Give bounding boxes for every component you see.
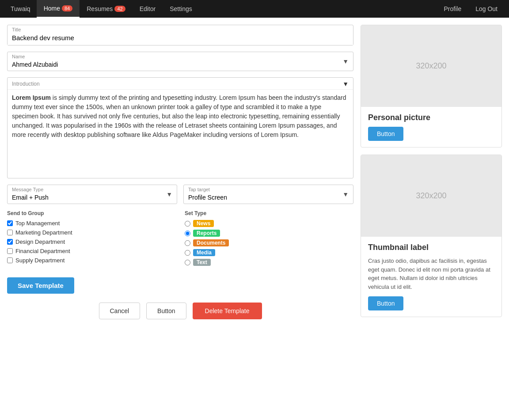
title-field-wrapper: Title xyxy=(7,25,353,45)
group-financial-label: Financial Department xyxy=(15,248,70,254)
intro-wrapper: Introduction ▼ Lorem Ipsum is simply dum… xyxy=(7,77,353,178)
tap-target-label: Tap target xyxy=(188,187,210,192)
nav-profile-label: Profile xyxy=(444,5,461,12)
set-type-label: Set Type xyxy=(185,210,353,216)
nav-logout-label: Log Out xyxy=(475,5,498,12)
personal-picture-placeholder: 320x200 xyxy=(361,25,501,107)
set-type-reports-badge: Reports xyxy=(193,230,220,237)
set-type-news-badge: News xyxy=(193,220,214,227)
intro-label: Introduction xyxy=(12,81,40,87)
nav-resumes-badge: 42 xyxy=(114,6,125,12)
bottom-buttons: Cancel Button Delete Template xyxy=(7,294,353,324)
name-field-wrapper: Name ▼ xyxy=(7,52,353,71)
name-label: Name xyxy=(12,54,25,59)
nav-resumes[interactable]: Resumes 42 xyxy=(80,0,132,18)
set-type-documents-badge: Documents xyxy=(193,239,229,246)
group-design-label: Design Department xyxy=(15,238,65,245)
nav-settings[interactable]: Settings xyxy=(163,0,199,18)
set-type-media[interactable]: Media xyxy=(185,249,353,256)
intro-label-row: Introduction ▼ xyxy=(8,78,353,90)
group-marketing[interactable]: Marketing Department xyxy=(7,229,176,236)
nav-home-badge: 84 xyxy=(62,5,72,11)
save-template-button[interactable]: Save Template xyxy=(7,277,74,294)
tap-target-col: Tap target Profile Screen Home Screen ▼ xyxy=(183,185,353,204)
groups-section: Send to Group Top Management Marketing D… xyxy=(7,210,353,269)
group-financial-checkbox[interactable] xyxy=(7,248,13,254)
nav-logout[interactable]: Log Out xyxy=(468,0,505,18)
set-type-text-badge: Text xyxy=(193,259,211,266)
right-panel: 320x200 Personal picture Button 320x200 … xyxy=(361,25,502,324)
group-supply[interactable]: Supply Department xyxy=(7,257,176,264)
group-marketing-checkbox[interactable] xyxy=(7,230,13,235)
set-type-media-badge: Media xyxy=(193,249,215,256)
intro-dropdown-icon: ▼ xyxy=(342,80,349,87)
left-panel: Title Name ▼ Introduction ▼ Lorem Ipsum … xyxy=(7,25,353,324)
set-type-news[interactable]: News xyxy=(185,220,353,227)
group-marketing-label: Marketing Department xyxy=(15,229,72,236)
thumbnail-placeholder: 320x200 xyxy=(361,155,501,237)
navbar: Tuwaiq Home 84 Resumes 42 Editor Setting… xyxy=(0,0,509,18)
send-to-group-col: Send to Group Top Management Marketing D… xyxy=(7,210,176,269)
group-top-management-checkbox[interactable] xyxy=(7,220,13,226)
set-type-media-radio[interactable] xyxy=(185,250,190,256)
set-type-text-radio[interactable] xyxy=(185,260,190,265)
personal-picture-card-body: Personal picture Button xyxy=(361,107,501,147)
group-financial[interactable]: Financial Department xyxy=(7,248,176,254)
thumbnail-description: Cras justo odio, dapibus ac facilisis in… xyxy=(368,257,494,291)
set-type-reports[interactable]: Reports xyxy=(185,230,353,237)
set-type-col: Set Type News Reports Documents Media xyxy=(185,210,353,269)
title-label: Title xyxy=(8,25,353,32)
personal-picture-button[interactable]: Button xyxy=(368,127,403,141)
nav-profile[interactable]: Profile xyxy=(437,0,468,18)
set-type-news-radio[interactable] xyxy=(185,221,190,227)
message-tap-row: Message Type Email + Push Email Push ▼ T… xyxy=(7,185,353,204)
nav-resumes-label: Resumes xyxy=(87,5,113,12)
delete-template-button[interactable]: Delete Template xyxy=(193,303,262,319)
group-design[interactable]: Design Department xyxy=(7,238,176,245)
brand-label: Tuwaiq xyxy=(4,5,37,12)
personal-picture-title: Personal picture xyxy=(368,113,494,122)
message-type-wrapper: Message Type Email + Push Email Push ▼ xyxy=(7,185,177,204)
name-input[interactable] xyxy=(8,52,353,71)
set-type-documents-radio[interactable] xyxy=(185,240,190,246)
message-type-col: Message Type Email + Push Email Push ▼ xyxy=(7,185,177,204)
message-type-label: Message Type xyxy=(12,187,43,192)
nav-editor[interactable]: Editor xyxy=(133,0,163,18)
main-content: Title Name ▼ Introduction ▼ Lorem Ipsum … xyxy=(0,18,509,331)
group-design-checkbox[interactable] xyxy=(7,239,13,245)
thumbnail-card-body: Thumbnail label Cras justo odio, dapibus… xyxy=(361,237,501,317)
nav-home-label: Home xyxy=(44,5,60,12)
personal-picture-card: 320x200 Personal picture Button xyxy=(361,25,502,148)
thumbnail-button[interactable]: Button xyxy=(368,296,403,310)
set-type-reports-radio[interactable] xyxy=(185,231,190,236)
group-top-management[interactable]: Top Management xyxy=(7,220,176,227)
navbar-right: Profile Log Out xyxy=(437,0,505,18)
send-to-group-label: Send to Group xyxy=(7,210,176,216)
nav-settings-label: Settings xyxy=(170,5,192,12)
group-supply-checkbox[interactable] xyxy=(7,257,13,263)
cancel-button[interactable]: Cancel xyxy=(99,303,141,319)
set-type-documents[interactable]: Documents xyxy=(185,239,353,246)
nav-home[interactable]: Home 84 xyxy=(37,0,80,18)
thumbnail-title: Thumbnail label xyxy=(368,243,494,252)
set-type-text[interactable]: Text xyxy=(185,259,353,266)
thumbnail-card: 320x200 Thumbnail label Cras justo odio,… xyxy=(361,155,502,317)
title-input[interactable] xyxy=(8,32,353,45)
group-supply-label: Supply Department xyxy=(15,257,65,264)
group-top-management-label: Top Management xyxy=(15,220,60,227)
tap-target-wrapper: Tap target Profile Screen Home Screen ▼ xyxy=(183,185,353,204)
nav-editor-label: Editor xyxy=(140,5,156,12)
bottom-button[interactable]: Button xyxy=(146,303,186,319)
